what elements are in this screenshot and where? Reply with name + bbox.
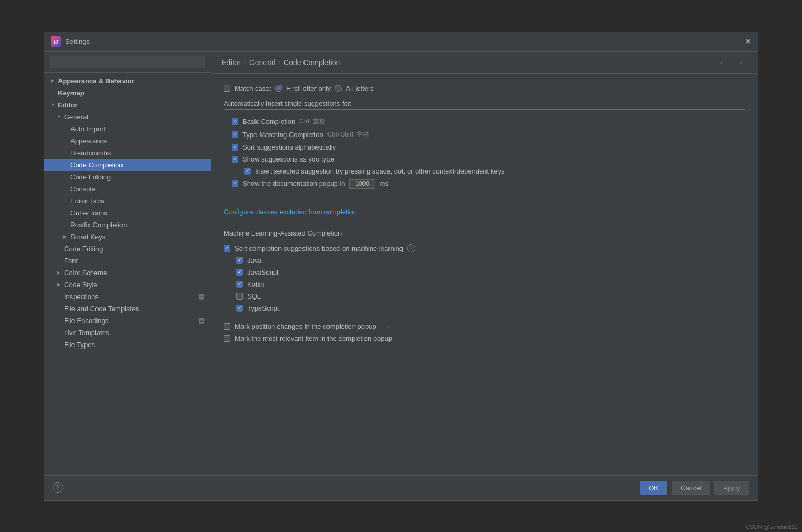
- show-doc-row: Show the documentation popup in ms: [232, 177, 737, 191]
- show-as-type-row: Show suggestions as you type: [232, 153, 737, 165]
- sidebar-item-keymap[interactable]: Keymap: [44, 87, 211, 99]
- show-as-type-checkbox[interactable]: [232, 156, 238, 163]
- sort-alpha-checkbox[interactable]: [232, 144, 238, 151]
- sort-ml-checkbox[interactable]: [224, 245, 230, 252]
- sidebar-item-code-folding[interactable]: Code Folding: [44, 171, 211, 183]
- sidebar-item-general[interactable]: ▼ General: [44, 111, 211, 123]
- breadcrumb-current: Code Completion: [284, 58, 340, 67]
- typescript-label: TypeScript: [247, 304, 279, 312]
- main-content: Editor › General › Code Completion ← → M…: [211, 52, 758, 475]
- sidebar-item-appearance-behavior[interactable]: ▶ Appearance & Behavior: [44, 75, 211, 87]
- kotlin-checkbox[interactable]: [236, 281, 243, 288]
- sidebar-label: Code Completion: [70, 161, 123, 169]
- breadcrumb-general: General: [249, 58, 275, 67]
- sidebar-item-editor-tabs[interactable]: Editor Tabs: [44, 195, 211, 207]
- show-doc-checkbox[interactable]: [232, 180, 238, 187]
- close-button[interactable]: ✕: [745, 38, 751, 46]
- settings-panel: Match case: First letter only All letter…: [211, 74, 758, 475]
- sidebar-item-live-templates[interactable]: Live Templates: [44, 327, 211, 339]
- sidebar-item-auto-import[interactable]: Auto Import: [44, 123, 211, 135]
- sort-alpha-row: Sort suggestions alphabetically: [232, 141, 737, 153]
- sidebar-label: Inspections: [64, 293, 99, 301]
- sidebar-item-file-code-templates[interactable]: File and Code Templates: [44, 303, 211, 315]
- forward-button[interactable]: →: [733, 57, 747, 68]
- auto-insert-box: Basic Completion Ctrl+空格 Type-Matching C…: [224, 109, 745, 196]
- sidebar-item-editor[interactable]: ▼ Editor: [44, 99, 211, 111]
- sidebar-label: Editor: [58, 101, 78, 109]
- ml-section-title: Machine Learning-Assisted Completion: [224, 229, 745, 237]
- sidebar-item-file-types[interactable]: File Types: [44, 339, 211, 351]
- sidebar-item-breadcrumbs[interactable]: Breadcrumbs: [44, 147, 211, 159]
- sidebar-label: File and Code Templates: [64, 305, 139, 313]
- match-case-row: Match case: First letter only All letter…: [224, 82, 745, 94]
- collapse-arrow: ▼: [57, 114, 62, 119]
- sidebar-item-color-scheme[interactable]: ▶ Color Scheme: [44, 267, 211, 279]
- sidebar-item-console[interactable]: Console: [44, 183, 211, 195]
- sidebar-item-file-encodings[interactable]: File Encodings ▤: [44, 315, 211, 327]
- collapse-arrow: ▼: [51, 102, 56, 107]
- popup-timeout-input[interactable]: [349, 179, 375, 189]
- mark-relevant-row: Mark the most relevant item in the compl…: [224, 332, 745, 344]
- sidebar-item-code-style[interactable]: ▶ Code Style: [44, 279, 211, 291]
- up-arrow-icon: ↑: [381, 323, 384, 329]
- sidebar-label: Color Scheme: [64, 269, 107, 277]
- sidebar-item-smart-keys[interactable]: ▶ Smart Keys: [44, 231, 211, 243]
- sidebar-label: File Encodings: [64, 317, 108, 325]
- sql-checkbox[interactable]: [236, 293, 243, 300]
- sidebar-item-gutter-icons[interactable]: Gutter Icons: [44, 207, 211, 219]
- sidebar-label: Gutter Icons: [70, 209, 107, 217]
- action-buttons: OK Cancel Apply: [640, 481, 749, 495]
- sidebar-item-inspections[interactable]: Inspections ▤: [44, 291, 211, 303]
- sidebar-item-font[interactable]: Font: [44, 255, 211, 267]
- sidebar-item-postfix-completion[interactable]: Postfix Completion: [44, 219, 211, 231]
- sidebar-label: Appearance: [70, 137, 107, 145]
- breadcrumb-bar: Editor › General › Code Completion ← →: [211, 52, 758, 74]
- javascript-checkbox[interactable]: [236, 269, 243, 276]
- cancel-button[interactable]: Cancel: [672, 481, 710, 495]
- java-label: Java: [247, 256, 261, 264]
- ok-button[interactable]: OK: [640, 481, 667, 495]
- mark-position-checkbox[interactable]: [224, 323, 230, 330]
- collapse-arrow: ▶: [57, 270, 62, 275]
- insert-selected-checkbox[interactable]: [244, 168, 251, 175]
- java-row: Java: [224, 254, 745, 266]
- configure-link[interactable]: Configure classes excluded from completi…: [224, 208, 357, 216]
- mark-relevant-label: Mark the most relevant item in the compl…: [235, 335, 392, 342]
- mark-relevant-checkbox[interactable]: [224, 335, 230, 342]
- typescript-checkbox[interactable]: [236, 305, 243, 312]
- apply-button[interactable]: Apply: [714, 481, 749, 495]
- sidebar-label: Postfix Completion: [70, 221, 127, 229]
- insert-selected-row: Insert selected suggestion by pressing s…: [232, 165, 737, 177]
- title-bar-left: IJ Settings: [51, 36, 90, 47]
- radio-all-letters[interactable]: [335, 85, 342, 92]
- sidebar-label: General: [64, 113, 88, 121]
- java-checkbox[interactable]: [236, 257, 243, 264]
- radio-first-letter[interactable]: [275, 85, 282, 92]
- settings-icon: ▤: [199, 293, 204, 300]
- help-button[interactable]: ?: [53, 482, 63, 493]
- mark-position-label: Mark position changes in the completion …: [235, 323, 376, 330]
- kotlin-label: Kotlin: [247, 280, 264, 288]
- sidebar-item-code-editing[interactable]: Code Editing: [44, 243, 211, 255]
- window-title: Settings: [65, 38, 90, 45]
- search-input[interactable]: [50, 56, 205, 68]
- collapse-arrow: ▶: [63, 234, 68, 239]
- radio-all-letters-label: All letters: [346, 84, 373, 92]
- mark-position-row: Mark position changes in the completion …: [224, 320, 745, 332]
- search-wrapper: 🔍: [50, 56, 205, 68]
- help-icon[interactable]: ?: [407, 244, 415, 252]
- sidebar-label: Live Templates: [64, 329, 109, 337]
- breadcrumb-sep-1: ›: [244, 58, 246, 66]
- back-button[interactable]: ←: [716, 57, 731, 68]
- kotlin-row: Kotlin: [224, 278, 745, 290]
- content-area: 🔍 ▶ Appearance & Behavior Keymap ▼: [44, 52, 758, 475]
- sidebar-label: Code Style: [64, 281, 98, 289]
- match-case-checkbox[interactable]: [224, 85, 230, 92]
- sidebar-item-appearance[interactable]: Appearance: [44, 135, 211, 147]
- basic-completion-label: Basic Completion: [242, 118, 295, 126]
- basic-completion-checkbox[interactable]: [232, 118, 238, 125]
- help-button-area: ?: [53, 482, 63, 493]
- sidebar-item-code-completion[interactable]: Code Completion: [44, 159, 211, 171]
- type-matching-checkbox[interactable]: [232, 131, 238, 138]
- sql-label: SQL: [247, 292, 261, 300]
